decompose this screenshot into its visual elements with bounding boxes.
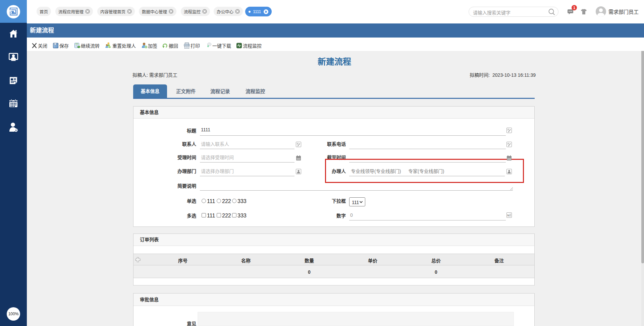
svg-text:N: N (507, 214, 509, 217)
